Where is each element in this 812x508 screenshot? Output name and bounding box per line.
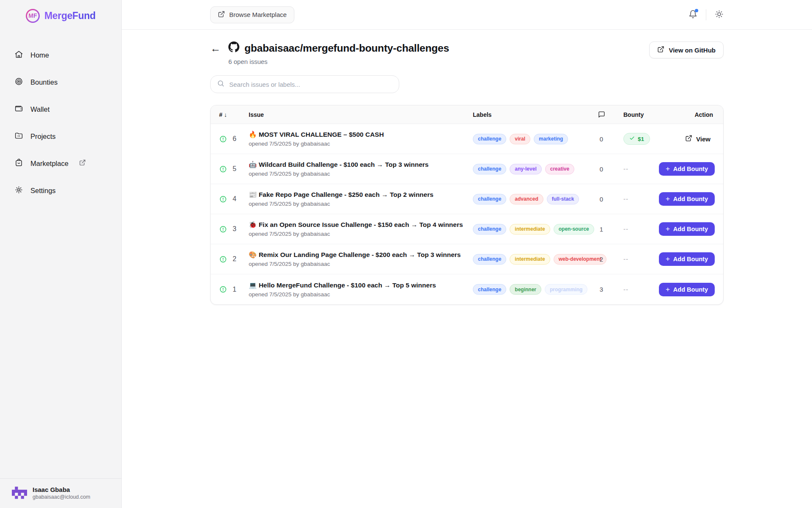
label-pill[interactable]: challenge (473, 284, 506, 295)
label-pill[interactable]: beginner (510, 284, 541, 295)
sidebar-item-label: Bounties (30, 78, 58, 86)
add-bounty-button[interactable]: +Add Bounty (659, 192, 715, 206)
shopping-bag-icon (14, 158, 23, 169)
sidebar-item-bounties[interactable]: Bounties (0, 69, 121, 96)
github-icon (228, 41, 239, 55)
avatar (12, 485, 27, 500)
comments-count: 2 (590, 256, 613, 263)
sun-icon (715, 10, 724, 20)
label-pill[interactable]: challenge (473, 164, 506, 174)
add-bounty-button[interactable]: +Add Bounty (659, 222, 715, 236)
bounty-empty: -- (623, 255, 628, 262)
label-pill[interactable]: challenge (473, 254, 506, 265)
brand-logo-icon: MF (26, 9, 40, 23)
sidebar-item-settings[interactable]: Settings (0, 177, 121, 204)
sidebar-item-label: Home (30, 51, 49, 59)
plus-icon: + (666, 255, 670, 262)
issue-emoji: 📰 (249, 191, 257, 198)
issue-meta: opened 7/5/2025 by gbabaisaac (249, 231, 473, 237)
column-issue: Issue (249, 111, 473, 118)
issue-emoji: 🔥 (249, 131, 257, 138)
sidebar-user[interactable]: Isaac Gbaba gbabaisaac@icloud.com (0, 478, 121, 508)
browse-marketplace-label: Browse Marketplace (229, 11, 287, 18)
label-pill[interactable]: open-source (554, 224, 594, 235)
issue-title[interactable]: 🎨 Remix Our Landing Page Challenge - $20… (249, 251, 473, 259)
gear-icon (14, 185, 23, 196)
user-email: gbabaisaac@icloud.com (33, 494, 90, 500)
issue-number: 4 (233, 195, 236, 203)
label-pill[interactable]: challenge (473, 134, 506, 144)
add-bounty-button[interactable]: +Add Bounty (659, 162, 715, 176)
bounty-empty: -- (623, 195, 628, 202)
sidebar-item-label: Projects (30, 133, 56, 141)
label-pill[interactable]: advanced (510, 194, 543, 204)
issue-number: 3 (233, 225, 236, 233)
plus-icon: + (666, 165, 670, 172)
column-action: Action (658, 111, 715, 118)
issue-number: 1 (233, 286, 236, 293)
issue-emoji: 🎨 (249, 251, 257, 258)
label-pill[interactable]: creative (545, 164, 574, 174)
label-pill[interactable]: any-level (510, 164, 541, 174)
brand-logo[interactable]: MF MergeFund (0, 2, 121, 30)
issue-title[interactable]: 🔥 MOST VIRAL CHALLENGE – $500 CASH (249, 131, 473, 138)
sidebar-item-wallet[interactable]: Wallet (0, 96, 121, 123)
comments-count: 1 (590, 226, 613, 233)
issue-title[interactable]: 🤖 Wildcard Build Challenge - $100 each →… (249, 161, 473, 168)
label-pill[interactable]: programming (545, 284, 587, 295)
page-title: gbabaisaac/mergefund-bounty-challenges (244, 42, 449, 54)
sidebar-item-label: Settings (30, 187, 56, 195)
issue-title[interactable]: 🐞 Fix an Open Source Issue Challenge - $… (249, 221, 473, 229)
bounty-empty: -- (623, 225, 628, 232)
open-issue-icon (219, 255, 227, 263)
issue-meta: opened 7/5/2025 by gbabaisaac (249, 201, 473, 207)
label-pill[interactable]: challenge (473, 224, 506, 235)
issue-emoji: 🤖 (249, 161, 257, 168)
add-bounty-button[interactable]: +Add Bounty (659, 283, 715, 296)
issue-number: 5 (233, 165, 236, 173)
open-issue-icon (219, 165, 227, 173)
open-issue-icon (219, 225, 227, 233)
sidebar-item-label: Marketplace (30, 160, 69, 168)
bounty-badge: $1 (623, 133, 650, 145)
topbar: Browse Marketplace (122, 0, 812, 30)
plus-icon: + (666, 195, 670, 202)
open-issue-icon (219, 285, 227, 293)
view-button[interactable]: View (685, 135, 715, 143)
sidebar-item-marketplace[interactable]: Marketplace (0, 150, 121, 177)
check-icon (629, 135, 635, 142)
label-pill[interactable]: challenge (473, 194, 506, 204)
issue-emoji: 💻 (249, 282, 257, 289)
sidebar-item-home[interactable]: Home (0, 41, 121, 69)
issue-number: 6 (233, 135, 236, 143)
issue-meta: opened 7/5/2025 by gbabaisaac (249, 261, 473, 267)
label-pill[interactable]: viral (510, 134, 530, 144)
issue-title[interactable]: 💻 Hello MergeFund Challenge - $100 each … (249, 282, 473, 289)
target-icon (14, 77, 23, 88)
bounty-empty: -- (623, 165, 628, 172)
theme-toggle-button[interactable] (715, 10, 724, 20)
browse-marketplace-button[interactable]: Browse Marketplace (210, 6, 294, 23)
topbar-divider (706, 9, 706, 20)
issue-meta: opened 7/5/2025 by gbabaisaac (249, 291, 473, 298)
notifications-button[interactable] (689, 10, 697, 20)
search-icon (217, 80, 225, 89)
search-input[interactable] (229, 81, 392, 88)
table-row: 5 🤖 Wildcard Build Challenge - $100 each… (211, 154, 723, 184)
bounty-empty: -- (623, 286, 628, 293)
view-on-github-button[interactable]: View on GitHub (649, 41, 724, 58)
back-button[interactable]: ← (210, 43, 221, 54)
column-number[interactable]: #↓ (219, 111, 249, 118)
table-row: 2 🎨 Remix Our Landing Page Challenge - $… (211, 244, 723, 274)
label-pill[interactable]: intermediate (510, 224, 550, 235)
label-pill[interactable]: full-stack (547, 194, 579, 204)
issue-title[interactable]: 📰 Fake Repo Page Challenge - $250 each →… (249, 191, 473, 199)
external-link-icon (685, 135, 692, 143)
open-issue-icon (219, 135, 227, 143)
add-bounty-button[interactable]: +Add Bounty (659, 252, 715, 266)
label-pill[interactable]: intermediate (510, 254, 550, 265)
comments-column-icon (590, 111, 613, 118)
label-pill[interactable]: marketing (534, 134, 568, 144)
search-box (210, 75, 399, 93)
sidebar-item-projects[interactable]: Projects (0, 123, 121, 150)
